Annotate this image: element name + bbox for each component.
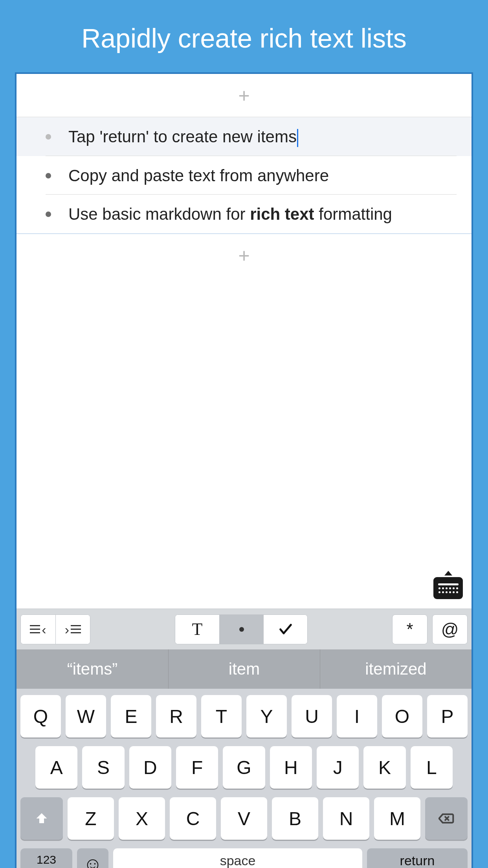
keyboard-row: Q W E R T Y U I O P [20, 695, 468, 737]
at-button-group: @ [432, 614, 468, 644]
key-j[interactable]: J [317, 746, 359, 789]
keyboard-row: 123 ☺ space return [20, 848, 468, 868]
key-l[interactable]: L [411, 746, 453, 789]
key-c[interactable]: C [170, 797, 216, 840]
key-o[interactable]: O [382, 695, 422, 737]
list-item[interactable]: Use basic markdown for rich text formatt… [17, 195, 471, 234]
text-cursor [297, 129, 298, 147]
keyboard-suggestions: “items” item itemized [17, 649, 471, 689]
key-b[interactable]: B [272, 797, 318, 840]
key-s[interactable]: S [82, 746, 124, 789]
key-h[interactable]: H [270, 746, 312, 789]
suggestion[interactable]: item [168, 649, 320, 689]
keyboard: Q W E R T Y U I O P A S D F G H J K L Z [17, 689, 471, 868]
key-p[interactable]: P [427, 695, 468, 737]
suggestion[interactable]: “items” [17, 649, 168, 689]
keyboard-accessory-bar: ‹ › T * @ [17, 609, 471, 649]
checkbox-mode-button[interactable] [263, 615, 307, 644]
item-text: Tap 'return' to create new items [68, 127, 298, 147]
outdent-button[interactable]: ‹ [21, 615, 55, 644]
key-i[interactable]: I [337, 695, 377, 737]
indent-button[interactable]: › [55, 615, 90, 644]
list-item[interactable]: Tap 'return' to create new items [17, 117, 471, 156]
key-w[interactable]: W [66, 695, 106, 737]
return-key[interactable]: return [367, 848, 468, 868]
dismiss-keyboard-button[interactable] [433, 577, 463, 599]
check-icon [278, 622, 294, 637]
plus-icon: + [238, 84, 250, 107]
chevron-right-icon: › [65, 623, 69, 636]
add-item-top[interactable]: + [17, 74, 471, 117]
key-y[interactable]: Y [246, 695, 287, 737]
asterisk-button[interactable]: * [393, 615, 427, 644]
emoji-key[interactable]: ☺ [77, 848, 108, 868]
key-z[interactable]: Z [68, 797, 114, 840]
bullet-mode-button[interactable] [219, 615, 263, 644]
space-key[interactable]: space [113, 848, 362, 868]
promo-title: Rapidly create rich text lists [0, 0, 488, 72]
plus-icon: + [238, 244, 250, 267]
key-t[interactable]: T [201, 695, 242, 737]
shift-icon [35, 811, 49, 826]
key-v[interactable]: V [221, 797, 267, 840]
device-frame: + Tap 'return' to create new items Copy … [15, 72, 473, 868]
key-k[interactable]: K [363, 746, 405, 789]
list-item[interactable]: Copy and paste text from anywhere [17, 156, 471, 195]
key-a[interactable]: A [35, 746, 77, 789]
backspace-icon [438, 813, 454, 824]
content-area[interactable] [17, 277, 471, 609]
bullet-icon [46, 134, 51, 140]
key-f[interactable]: F [176, 746, 218, 789]
list-type-group: T [175, 614, 308, 644]
key-e[interactable]: E [111, 695, 151, 737]
keyboard-row: Z X C V B N M [20, 797, 468, 840]
add-item-bottom[interactable]: + [17, 234, 471, 277]
key-m[interactable]: M [374, 797, 420, 840]
list-container: Tap 'return' to create new items Copy an… [17, 117, 471, 234]
bullet-icon [46, 211, 51, 217]
at-button[interactable]: @ [433, 615, 467, 644]
key-r[interactable]: R [156, 695, 196, 737]
key-g[interactable]: G [223, 746, 265, 789]
chevron-left-icon: ‹ [42, 623, 46, 636]
shift-key[interactable] [20, 797, 63, 840]
item-text: Use basic markdown for rich text formatt… [68, 204, 392, 225]
item-text: Copy and paste text from anywhere [68, 166, 329, 186]
suggestion[interactable]: itemized [320, 649, 471, 689]
key-x[interactable]: X [119, 797, 165, 840]
text-mode-button[interactable]: T [175, 615, 219, 644]
key-d[interactable]: D [129, 746, 171, 789]
numbers-key[interactable]: 123 [20, 848, 72, 868]
key-u[interactable]: U [292, 695, 332, 737]
key-n[interactable]: N [323, 797, 369, 840]
backspace-key[interactable] [425, 797, 468, 840]
star-button-group: * [392, 614, 427, 644]
key-q[interactable]: Q [20, 695, 61, 737]
bullet-icon [46, 173, 51, 178]
keyboard-row: A S D F G H J K L [20, 746, 468, 789]
indent-group: ‹ › [20, 614, 90, 644]
